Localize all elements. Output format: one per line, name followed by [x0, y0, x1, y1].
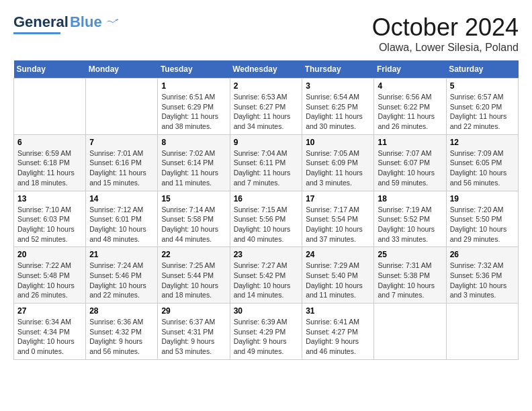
- day-number: 5: [450, 81, 515, 91]
- day-number: 23: [234, 250, 299, 259]
- day-info: Sunrise: 7:19 AM Sunset: 5:52 PM Dayligh…: [378, 205, 442, 244]
- weekday-header-row: SundayMondayTuesdayWednesdayThursdayFrid…: [14, 60, 519, 79]
- calendar-cell: 21Sunrise: 7:24 AM Sunset: 5:46 PM Dayli…: [86, 247, 158, 304]
- day-number: 16: [234, 194, 299, 203]
- day-info: Sunrise: 7:31 AM Sunset: 5:38 PM Dayligh…: [378, 261, 442, 300]
- day-info: Sunrise: 7:07 AM Sunset: 6:07 PM Dayligh…: [378, 148, 442, 188]
- logo-general: General: [13, 13, 69, 31]
- day-number: 4: [378, 81, 442, 91]
- calendar-cell: 10Sunrise: 7:05 AM Sunset: 6:09 PM Dayli…: [302, 134, 374, 191]
- day-number: 21: [89, 250, 154, 259]
- week-row-2: 6Sunrise: 6:59 AM Sunset: 6:18 PM Daylig…: [14, 134, 519, 191]
- day-info: Sunrise: 7:05 AM Sunset: 6:09 PM Dayligh…: [306, 148, 370, 188]
- day-number: 27: [17, 306, 82, 316]
- day-number: 26: [450, 250, 515, 259]
- day-number: 9: [234, 138, 299, 147]
- calendar-cell: 28Sunrise: 6:36 AM Sunset: 4:32 PM Dayli…: [86, 304, 158, 360]
- day-info: Sunrise: 6:41 AM Sunset: 4:27 PM Dayligh…: [306, 317, 370, 357]
- day-number: 14: [89, 194, 154, 203]
- day-number: 7: [89, 138, 154, 147]
- day-info: Sunrise: 7:02 AM Sunset: 6:14 PM Dayligh…: [161, 148, 226, 188]
- calendar-cell: 31Sunrise: 6:41 AM Sunset: 4:27 PM Dayli…: [302, 304, 374, 360]
- day-number: 24: [306, 250, 370, 259]
- location: Olawa, Lower Silesia, Poland: [372, 42, 519, 54]
- day-info: Sunrise: 6:59 AM Sunset: 6:18 PM Dayligh…: [17, 148, 82, 188]
- day-number: 17: [306, 194, 370, 203]
- weekday-header-tuesday: Tuesday: [158, 60, 230, 79]
- calendar-cell: 2Sunrise: 6:53 AM Sunset: 6:27 PM Daylig…: [230, 79, 302, 135]
- week-row-3: 13Sunrise: 7:10 AM Sunset: 6:03 PM Dayli…: [14, 191, 519, 247]
- weekday-header-friday: Friday: [374, 60, 446, 79]
- day-number: 25: [378, 250, 442, 259]
- calendar-cell: 8Sunrise: 7:02 AM Sunset: 6:14 PM Daylig…: [158, 134, 230, 191]
- calendar-cell: 15Sunrise: 7:14 AM Sunset: 5:58 PM Dayli…: [158, 191, 230, 247]
- day-number: 6: [17, 138, 82, 147]
- calendar-cell: [446, 304, 518, 360]
- day-info: Sunrise: 6:51 AM Sunset: 6:29 PM Dayligh…: [161, 92, 226, 132]
- weekday-header-monday: Monday: [86, 60, 158, 79]
- calendar-cell: [374, 304, 446, 360]
- week-row-5: 27Sunrise: 6:34 AM Sunset: 4:34 PM Dayli…: [14, 304, 519, 360]
- calendar-cell: 24Sunrise: 7:29 AM Sunset: 5:40 PM Dayli…: [302, 247, 374, 304]
- day-number: 12: [450, 138, 515, 147]
- calendar-table: SundayMondayTuesdayWednesdayThursdayFrid…: [13, 60, 519, 360]
- calendar-cell: 18Sunrise: 7:19 AM Sunset: 5:52 PM Dayli…: [374, 191, 446, 247]
- day-number: 15: [161, 194, 226, 203]
- day-number: 20: [17, 250, 82, 259]
- day-info: Sunrise: 7:32 AM Sunset: 5:36 PM Dayligh…: [450, 261, 515, 300]
- calendar-cell: 19Sunrise: 7:20 AM Sunset: 5:50 PM Dayli…: [446, 191, 518, 247]
- day-info: Sunrise: 6:37 AM Sunset: 4:31 PM Dayligh…: [161, 317, 226, 357]
- page-header: General Blue October 2024 Olawa, Lower S…: [13, 13, 519, 54]
- calendar-cell: 13Sunrise: 7:10 AM Sunset: 6:03 PM Dayli…: [14, 191, 86, 247]
- calendar-cell: 29Sunrise: 6:37 AM Sunset: 4:31 PM Dayli…: [158, 304, 230, 360]
- calendar-cell: 20Sunrise: 7:22 AM Sunset: 5:48 PM Dayli…: [14, 247, 86, 304]
- weekday-header-thursday: Thursday: [302, 60, 374, 79]
- title-block: October 2024 Olawa, Lower Silesia, Polan…: [372, 13, 519, 54]
- day-number: 10: [306, 138, 370, 147]
- day-info: Sunrise: 7:04 AM Sunset: 6:11 PM Dayligh…: [234, 148, 299, 188]
- day-info: Sunrise: 6:53 AM Sunset: 6:27 PM Dayligh…: [234, 92, 299, 132]
- calendar-cell: 5Sunrise: 6:57 AM Sunset: 6:20 PM Daylig…: [446, 79, 518, 135]
- calendar-cell: 23Sunrise: 7:27 AM Sunset: 5:42 PM Dayli…: [230, 247, 302, 304]
- logo: General Blue: [13, 13, 121, 34]
- day-info: Sunrise: 7:22 AM Sunset: 5:48 PM Dayligh…: [17, 261, 82, 300]
- day-number: 2: [234, 81, 299, 91]
- logo-blue: Blue: [70, 13, 102, 31]
- weekday-header-sunday: Sunday: [14, 60, 86, 79]
- day-number: 29: [161, 306, 226, 316]
- day-number: 8: [161, 138, 226, 147]
- calendar-cell: 26Sunrise: 7:32 AM Sunset: 5:36 PM Dayli…: [446, 247, 518, 304]
- day-info: Sunrise: 7:09 AM Sunset: 6:05 PM Dayligh…: [450, 148, 515, 188]
- calendar-cell: [86, 79, 158, 135]
- day-number: 28: [89, 306, 154, 316]
- calendar-cell: 30Sunrise: 6:39 AM Sunset: 4:29 PM Dayli…: [230, 304, 302, 360]
- calendar-cell: 6Sunrise: 6:59 AM Sunset: 6:18 PM Daylig…: [14, 134, 86, 191]
- day-info: Sunrise: 7:20 AM Sunset: 5:50 PM Dayligh…: [450, 205, 515, 244]
- calendar-cell: 7Sunrise: 7:01 AM Sunset: 6:16 PM Daylig…: [86, 134, 158, 191]
- calendar-cell: [14, 79, 86, 135]
- calendar-cell: 16Sunrise: 7:15 AM Sunset: 5:56 PM Dayli…: [230, 191, 302, 247]
- day-info: Sunrise: 7:10 AM Sunset: 6:03 PM Dayligh…: [17, 205, 82, 244]
- day-info: Sunrise: 7:01 AM Sunset: 6:16 PM Dayligh…: [89, 148, 154, 188]
- calendar-cell: 3Sunrise: 6:54 AM Sunset: 6:25 PM Daylig…: [302, 79, 374, 135]
- day-number: 30: [234, 306, 299, 316]
- day-info: Sunrise: 6:39 AM Sunset: 4:29 PM Dayligh…: [234, 317, 299, 357]
- week-row-1: 1Sunrise: 6:51 AM Sunset: 6:29 PM Daylig…: [14, 79, 519, 135]
- weekday-header-saturday: Saturday: [446, 60, 518, 79]
- day-info: Sunrise: 6:57 AM Sunset: 6:20 PM Dayligh…: [450, 92, 515, 132]
- day-info: Sunrise: 6:34 AM Sunset: 4:34 PM Dayligh…: [17, 317, 82, 357]
- calendar-cell: 1Sunrise: 6:51 AM Sunset: 6:29 PM Daylig…: [158, 79, 230, 135]
- day-info: Sunrise: 7:15 AM Sunset: 5:56 PM Dayligh…: [234, 205, 299, 244]
- calendar-cell: 25Sunrise: 7:31 AM Sunset: 5:38 PM Dayli…: [374, 247, 446, 304]
- calendar-cell: 17Sunrise: 7:17 AM Sunset: 5:54 PM Dayli…: [302, 191, 374, 247]
- day-info: Sunrise: 7:17 AM Sunset: 5:54 PM Dayligh…: [306, 205, 370, 244]
- day-number: 31: [306, 306, 370, 316]
- day-number: 13: [17, 194, 82, 203]
- day-number: 11: [378, 138, 442, 147]
- day-info: Sunrise: 7:24 AM Sunset: 5:46 PM Dayligh…: [89, 261, 154, 300]
- month-title: October 2024: [372, 13, 519, 42]
- day-number: 22: [161, 250, 226, 259]
- calendar-cell: 14Sunrise: 7:12 AM Sunset: 6:01 PM Dayli…: [86, 191, 158, 247]
- day-info: Sunrise: 7:14 AM Sunset: 5:58 PM Dayligh…: [161, 205, 226, 244]
- week-row-4: 20Sunrise: 7:22 AM Sunset: 5:48 PM Dayli…: [14, 247, 519, 304]
